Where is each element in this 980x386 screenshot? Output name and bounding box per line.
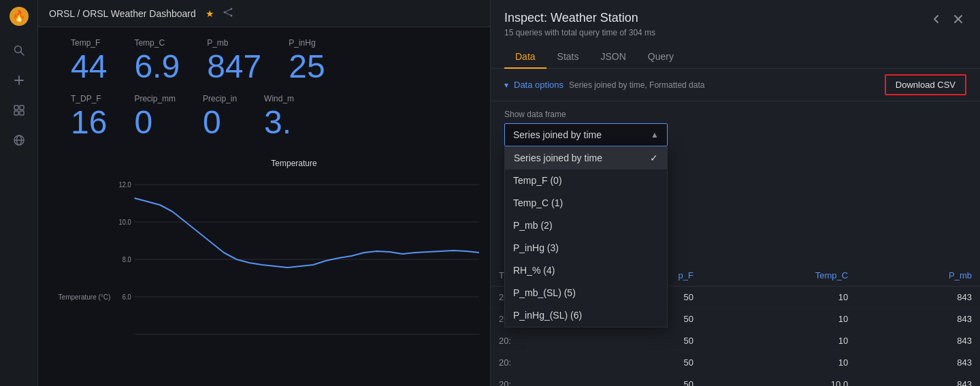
dropdown-item-label: P_inHg (3) [513,242,559,253]
tab-json[interactable]: JSON [589,46,636,69]
stat-precip-mm: Precip_mm 0 [134,94,176,139]
dropdown-item-temp-f[interactable]: Temp_F (0) [505,170,667,192]
dropdown-item-label: P_inHg_(SL) (6) [513,310,582,321]
dropdown-wrapper: Series joined by time ▲ Series joined by… [504,123,966,146]
stat-temp-c-label: Temp_C [134,38,180,48]
stat-p-mb-label: P_mb [207,38,261,48]
dropdown-selected-value: Series joined by time [513,129,602,140]
stat-precip-in-value: 0 [203,106,237,139]
stat-p-inhg: P_inHg 25 [289,38,325,83]
dropdown-item-p-inhg[interactable]: P_inHg (3) [505,237,667,259]
series-dropdown-trigger[interactable]: Series joined by time ▲ [504,123,668,146]
data-options-bar: ▾ Data options Series joined by time, Fo… [491,69,980,101]
cell-temp-c: 10 [702,287,856,308]
table-row: 20: 50 10 843 [491,330,980,352]
stat-p-mb-value: 847 [207,50,261,83]
cell-p-mb: 843 [856,308,980,330]
y-axis-label: Temperature (°C) [59,293,111,300]
svg-line-3 [20,52,24,55]
star-icon[interactable]: ★ [206,8,214,19]
svg-text:8.0: 8.0 [122,256,132,263]
tab-query[interactable]: Query [637,46,685,69]
cell-temp-c: 10 [702,352,856,374]
dropdown-item-label: P_mb_(SL) (5) [513,287,576,298]
dropdown-item-temp-c[interactable]: Temp_C (1) [505,192,667,214]
inspect-panel: Inspect: Weather Station 15 queries with… [490,0,980,386]
chart-title: Temperature [109,159,479,168]
inspect-subtitle: 15 queries with total query time of 304 … [504,28,655,37]
stat-temp-f-value: 44 [71,50,107,83]
stat-p-mb: P_mb 847 [207,38,261,83]
topbar-title: ORSL / ORSL Weather Dashboard [49,8,196,19]
cell-time: 20: [491,352,602,374]
dropdown-item-label: P_mb (2) [513,220,553,231]
tab-stats[interactable]: Stats [546,46,590,69]
inspect-close-button[interactable] [950,11,966,30]
svg-text:10.0: 10.0 [119,219,132,226]
app-logo[interactable]: 🔥 [8,5,30,27]
inspect-tabs: Data Stats JSON Query [491,46,980,69]
cell-p-f: 50 [602,330,702,352]
data-options-label[interactable]: Data options [514,80,564,90]
stat-tdp-f-label: T_DP_F [71,94,107,103]
stat-wind-m-value: 3. [264,106,294,139]
stat-temp-f: Temp_F 44 [71,38,107,83]
inspect-controls [928,11,966,30]
stat-precip-mm-value: 0 [134,106,176,139]
inspect-title: Inspect: Weather Station [504,11,655,25]
svg-text:12.0: 12.0 [119,181,132,189]
dropdown-item-p-mb-sl[interactable]: P_mb_(SL) (5) [505,282,667,304]
svg-line-17 [225,13,231,16]
stat-temp-f-label: Temp_F [71,38,107,48]
cell-temp-c: 10.0 [702,374,856,387]
dropdown-item-label: Temp_F (0) [513,175,562,186]
data-options-content: Show data frame Series joined by time ▲ … [491,101,980,155]
dropdown-item-rh[interactable]: RH_% (4) [505,259,667,282]
checkmark-icon: ✓ [650,152,658,163]
cell-p-mb: 843 [856,374,980,387]
svg-text:6.0: 6.0 [122,293,132,301]
cell-temp-c: 10 [702,330,856,352]
stat-precip-in-label: Precip_in [203,94,237,103]
stat-p-inhg-value: 25 [289,50,325,83]
dashboard-icon[interactable] [7,98,31,123]
inspect-back-button[interactable] [928,11,945,30]
share-icon[interactable] [223,7,233,20]
cell-p-f: 50 [602,374,702,387]
data-options-chevron-icon[interactable]: ▾ [504,80,508,90]
stat-precip-in: Precip_in 0 [203,94,237,139]
data-options-description: Series joined by time, Formatted data [569,80,879,90]
tab-data[interactable]: Data [504,46,546,69]
stat-tdp-f-value: 16 [71,106,107,139]
col-temp-c: Temp_C [702,265,856,287]
stat-wind-m: Wind_m 3. [264,94,294,139]
cell-p-mb: 843 [856,287,980,308]
svg-rect-7 [20,106,24,110]
add-icon[interactable] [7,68,31,93]
dropdown-menu: Series joined by time ✓ Temp_F (0) Temp_… [504,146,668,327]
stat-p-inhg-label: P_inHg [289,38,325,48]
search-icon[interactable] [7,38,31,63]
svg-rect-8 [14,111,18,115]
globe-icon[interactable] [7,128,31,152]
dropdown-item-label: RH_% (4) [513,265,555,276]
dropdown-item-p-inhg-sl[interactable]: P_inHg_(SL) (6) [505,304,667,327]
stat-wind-m-label: Wind_m [264,94,294,103]
sidebar: 🔥 [0,0,38,386]
dropdown-item-label: Series joined by time [514,152,602,163]
table-row: 20: 50 10.0 843 [491,374,980,387]
cell-temp-c: 10 [702,308,856,330]
svg-text:🔥: 🔥 [12,10,26,22]
show-data-frame-label: Show data frame [504,110,966,119]
inspect-header: Inspect: Weather Station 15 queries with… [491,0,980,37]
download-csv-button[interactable]: Download CSV [885,74,966,95]
dropdown-item-p-mb[interactable]: P_mb (2) [505,214,667,237]
dropdown-item-series-joined[interactable]: Series joined by time ✓ [505,146,667,170]
svg-rect-6 [14,106,18,110]
stat-precip-mm-label: Precip_mm [134,94,176,103]
cell-p-mb: 843 [856,330,980,352]
cell-time: 20: [491,374,602,387]
inspect-title-area: Inspect: Weather Station 15 queries with… [504,11,655,37]
stat-temp-c: Temp_C 6.9 [134,38,180,83]
col-p-mb: P_mb [856,265,980,287]
